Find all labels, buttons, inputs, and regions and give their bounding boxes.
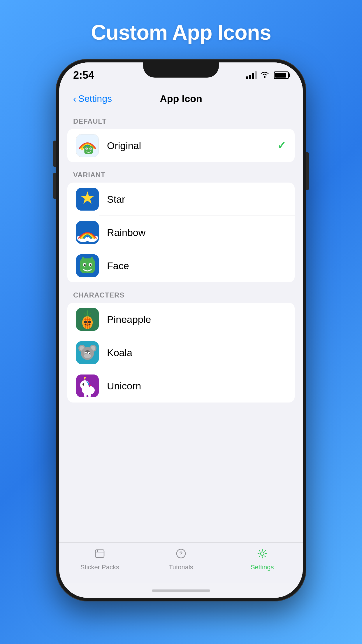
- svg-rect-32: [88, 321, 91, 323]
- svg-rect-53: [95, 550, 104, 557]
- icon-koala: [76, 341, 99, 364]
- list-item-rainbow[interactable]: Rainbow: [67, 216, 295, 249]
- section-default: DEFAULT: [59, 117, 303, 162]
- nav-bar: ‹ Settings App Icon: [59, 86, 303, 111]
- tab-sticker-packs[interactable]: Sticker Packs: [59, 548, 140, 571]
- section-variant: VARIANT Star: [59, 171, 303, 282]
- volume-up-button: [53, 141, 56, 167]
- section-characters: CHARACTERS: [59, 291, 303, 402]
- svg-point-0: [264, 76, 266, 78]
- power-button: [306, 152, 309, 190]
- back-button[interactable]: ‹ Settings: [73, 93, 112, 104]
- nav-title: App Icon: [160, 93, 202, 104]
- list-card-default: Original ✓: [67, 129, 295, 162]
- signal-bar-4: [255, 71, 257, 79]
- icon-original: [76, 134, 99, 157]
- signal-bar-3: [252, 73, 254, 79]
- settings-icon: [257, 548, 268, 562]
- svg-point-40: [84, 354, 91, 358]
- svg-point-19: [84, 264, 86, 266]
- item-label-pineapple: Pineapple: [107, 314, 286, 325]
- item-label-face: Face: [107, 260, 286, 272]
- list-item-pineapple[interactable]: Pineapple: [67, 303, 295, 336]
- wifi-icon: [260, 71, 270, 80]
- signal-bar-1: [246, 76, 248, 79]
- status-time: 2:54: [73, 69, 94, 81]
- list-item-star[interactable]: Star: [67, 183, 295, 216]
- page-title: Custom App Icons: [91, 20, 271, 44]
- battery-fill: [275, 73, 286, 78]
- phone-screen: 2:54: [59, 62, 303, 598]
- battery-icon: [274, 71, 289, 79]
- icon-unicorn: [76, 374, 99, 397]
- icon-rainbow: [76, 221, 99, 244]
- icon-star: [76, 188, 99, 211]
- back-label: Settings: [78, 93, 112, 104]
- section-header-characters: CHARACTERS: [59, 291, 303, 303]
- icon-face: [76, 254, 99, 277]
- tutorials-icon: ?: [175, 548, 187, 562]
- signal-icon: [246, 71, 257, 79]
- tab-bar: Sticker Packs ? Tutorials: [59, 542, 303, 583]
- svg-rect-22: [91, 257, 93, 261]
- svg-point-58: [261, 552, 264, 555]
- svg-point-50: [82, 383, 84, 386]
- tab-label-sticker-packs: Sticker Packs: [80, 564, 119, 571]
- list-item-original[interactable]: Original ✓: [67, 129, 295, 162]
- svg-point-45: [89, 353, 90, 354]
- home-indicator: [59, 583, 303, 598]
- home-bar: [152, 589, 210, 592]
- svg-rect-52: [88, 393, 91, 397]
- svg-rect-51: [84, 393, 87, 397]
- tab-label-settings: Settings: [251, 564, 274, 571]
- svg-point-20: [90, 264, 92, 266]
- section-header-default: DEFAULT: [59, 117, 303, 129]
- phone-frame: 2:54: [56, 59, 306, 601]
- item-label-rainbow: Rainbow: [107, 227, 286, 238]
- status-icons: [246, 71, 289, 80]
- list-card-variant: Star: [67, 183, 295, 282]
- item-label-original: Original: [107, 140, 277, 151]
- content-area: DEFAULT: [59, 111, 303, 542]
- signal-bar-2: [249, 75, 251, 79]
- list-card-characters: Pineapple: [67, 303, 295, 402]
- svg-rect-31: [84, 321, 87, 323]
- svg-point-6: [90, 148, 92, 150]
- icon-pineapple: [76, 308, 99, 331]
- list-item-face[interactable]: Face: [67, 249, 295, 282]
- svg-text:?: ?: [180, 551, 183, 556]
- item-label-star: Star: [107, 194, 286, 205]
- sticker-packs-icon: [94, 548, 105, 562]
- checkmark-original: ✓: [277, 139, 286, 152]
- item-label-unicorn: Unicorn: [107, 380, 286, 392]
- svg-rect-21: [82, 257, 84, 261]
- tab-settings[interactable]: Settings: [222, 548, 303, 571]
- list-item-koala[interactable]: Koala: [67, 336, 295, 369]
- tab-label-tutorials: Tutorials: [169, 564, 193, 571]
- section-header-variant: VARIANT: [59, 171, 303, 183]
- item-label-koala: Koala: [107, 347, 286, 358]
- tab-tutorials[interactable]: ? Tutorials: [140, 548, 222, 571]
- notch: [143, 62, 219, 78]
- chevron-left-icon: ‹: [73, 93, 76, 104]
- volume-down-button: [53, 173, 56, 199]
- svg-point-5: [86, 148, 87, 150]
- svg-point-44: [85, 353, 87, 354]
- svg-point-48: [80, 380, 89, 390]
- list-item-unicorn[interactable]: Unicorn: [67, 369, 295, 402]
